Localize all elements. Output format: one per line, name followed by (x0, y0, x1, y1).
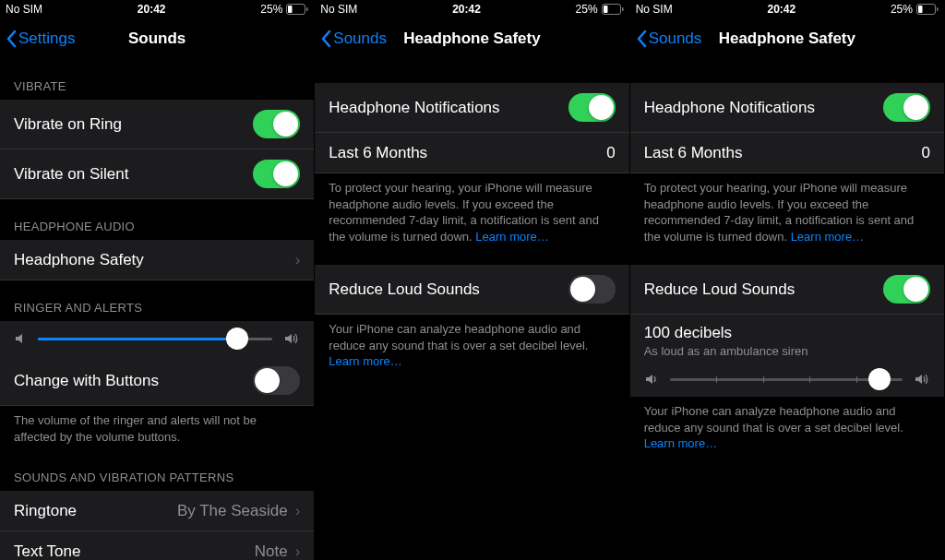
reduce-footer: Your iPhone can analyze headphone audio … (630, 397, 944, 465)
vibrate-on-ring-row[interactable]: Vibrate on Ring (0, 100, 314, 149)
battery-percent: 25% (891, 3, 913, 16)
nav-bar: Settings Sounds (0, 18, 314, 59)
last-6-months-row[interactable]: Last 6 Months 0 (630, 133, 944, 173)
ringtone-row[interactable]: Ringtone By The Seaside› (0, 491, 314, 531)
chevron-right-icon: › (295, 502, 301, 520)
battery-percent: 25% (260, 3, 282, 16)
vibrate-ring-toggle[interactable] (253, 110, 300, 138)
status-bar: No SIM 20:42 25% (315, 0, 628, 18)
back-label: Settings (18, 30, 75, 48)
hearing-footer: To protect your hearing, your iPhone wil… (315, 173, 628, 257)
change-with-buttons-row[interactable]: Change with Buttons (0, 356, 314, 406)
vibrate-silent-toggle[interactable] (253, 160, 300, 188)
headphone-notifications-row[interactable]: Headphone Notifications (315, 83, 628, 133)
row-label: Headphone Notifications (644, 99, 815, 117)
change-with-buttons-toggle[interactable] (253, 366, 300, 395)
row-label: Last 6 Months (644, 144, 743, 162)
slider-thumb[interactable] (868, 368, 891, 390)
row-label: Last 6 Months (329, 144, 427, 162)
reduce-loud-sounds-toggle[interactable] (883, 275, 930, 304)
learn-more-link[interactable]: Learn more… (329, 354, 401, 368)
battery-icon (916, 4, 939, 15)
ringer-volume-slider[interactable] (0, 321, 314, 356)
chevron-left-icon (6, 30, 17, 48)
hearing-footer: To protect your hearing, your iPhone wil… (630, 173, 944, 257)
headphone-notifications-row[interactable]: Headphone Notifications (630, 83, 944, 133)
learn-more-link[interactable]: Learn more… (791, 230, 864, 244)
slider-track[interactable] (670, 378, 903, 381)
headphone-notifications-toggle[interactable] (568, 93, 616, 122)
carrier: No SIM (636, 3, 673, 16)
headphone-audio-header: HEADPHONE AUDIO (0, 199, 314, 240)
row-label: Ringtone (14, 502, 77, 520)
svg-rect-8 (937, 7, 939, 11)
slider-thumb[interactable] (226, 328, 248, 350)
row-label: Vibrate on Silent (14, 165, 128, 184)
svg-rect-5 (622, 7, 624, 11)
status-bar: No SIM 20:42 25% (630, 0, 944, 18)
last-6-months-value: 0 (922, 144, 930, 162)
chevron-left-icon (320, 30, 331, 48)
decibel-sub: As loud as an ambulance siren (644, 344, 930, 358)
ringer-footer: The volume of the ringer and alerts will… (0, 406, 314, 458)
headphone-safety-row[interactable]: Headphone Safety › (0, 240, 314, 280)
carrier: No SIM (6, 3, 42, 16)
patterns-header: SOUNDS AND VIBRATION PATTERNS (0, 458, 314, 491)
back-button[interactable]: Sounds (636, 30, 702, 48)
chevron-right-icon: › (295, 251, 301, 269)
screen-sounds: No SIM 20:42 25% Settings Sounds VIBRATE… (0, 0, 315, 560)
row-label: Headphone Safety (14, 251, 144, 269)
slider-track[interactable] (38, 338, 272, 340)
text-tone-row[interactable]: Text Tone Note› (0, 531, 314, 560)
row-label: Reduce Loud Sounds (329, 280, 480, 299)
chevron-right-icon: › (295, 542, 301, 560)
back-label: Sounds (333, 30, 387, 48)
svg-rect-7 (918, 6, 923, 13)
row-label: Text Tone (14, 542, 80, 560)
row-label: Headphone Notifications (329, 99, 499, 117)
decibel-value: 100 decibels (644, 324, 930, 342)
learn-more-link[interactable]: Learn more… (475, 230, 548, 244)
vibrate-header: VIBRATE (0, 59, 314, 100)
learn-more-link[interactable]: Learn more… (644, 436, 717, 450)
battery-icon (286, 4, 308, 15)
screen-headphone-safety-on: No SIM 20:42 25% Sounds Headphone Safety… (630, 0, 945, 560)
svg-rect-2 (306, 7, 308, 11)
battery-icon (602, 4, 624, 15)
carrier: No SIM (320, 3, 357, 16)
back-button[interactable]: Settings (6, 30, 75, 48)
decibel-slider[interactable] (630, 362, 944, 397)
reduce-footer: Your iPhone can analyze headphone audio … (315, 315, 628, 383)
vibrate-on-silent-row[interactable]: Vibrate on Silent (0, 149, 314, 199)
nav-bar: Sounds Headphone Safety (315, 18, 628, 59)
chevron-left-icon (636, 30, 647, 48)
clock: 20:42 (767, 3, 795, 16)
svg-rect-1 (288, 6, 293, 13)
screen-headphone-safety-off: No SIM 20:42 25% Sounds Headphone Safety… (315, 0, 629, 560)
last-6-months-value: 0 (606, 144, 615, 162)
back-label: Sounds (649, 30, 702, 48)
decibel-readout: 100 decibels As loud as an ambulance sir… (630, 315, 944, 362)
reduce-loud-sounds-row[interactable]: Reduce Loud Sounds (630, 265, 944, 315)
row-label: Reduce Loud Sounds (644, 280, 795, 299)
speaker-low-icon (644, 373, 659, 386)
clock: 20:42 (452, 3, 481, 16)
back-button[interactable]: Sounds (320, 30, 387, 48)
reduce-loud-sounds-row[interactable]: Reduce Loud Sounds (315, 265, 628, 315)
clock: 20:42 (138, 3, 166, 16)
speaker-high-icon (283, 332, 300, 345)
speaker-low-icon (14, 332, 27, 345)
battery-percent: 25% (576, 3, 598, 16)
ringer-alerts-header: RINGER AND ALERTS (0, 280, 314, 321)
nav-bar: Sounds Headphone Safety (630, 18, 944, 59)
row-label: Vibrate on Ring (14, 115, 122, 134)
speaker-high-icon (914, 373, 930, 386)
last-6-months-row[interactable]: Last 6 Months 0 (315, 133, 628, 173)
headphone-notifications-toggle[interactable] (883, 93, 930, 122)
status-bar: No SIM 20:42 25% (0, 0, 314, 18)
row-label: Change with Buttons (14, 372, 159, 390)
svg-rect-4 (604, 6, 608, 13)
reduce-loud-sounds-toggle[interactable] (568, 275, 616, 304)
